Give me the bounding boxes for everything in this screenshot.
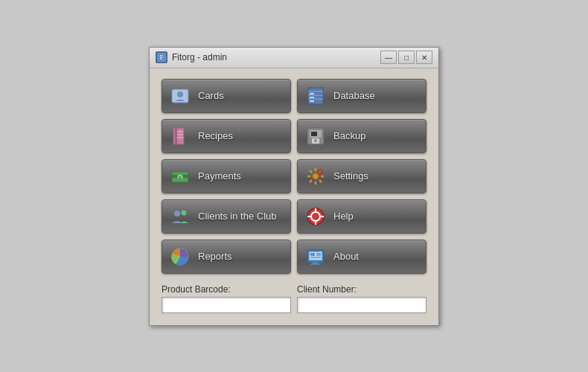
svg-point-20 bbox=[314, 139, 317, 142]
svg-rect-9 bbox=[310, 97, 314, 98]
cards-icon bbox=[170, 86, 191, 106]
svg-point-39 bbox=[312, 213, 319, 220]
svg-line-33 bbox=[310, 180, 312, 182]
recipes-label: Recipes bbox=[198, 130, 233, 141]
close-button[interactable]: ✕ bbox=[416, 51, 432, 64]
recipes-button[interactable]: Recipes bbox=[162, 119, 291, 153]
buttons-grid: Cards Database bbox=[162, 79, 426, 274]
settings-icon bbox=[305, 166, 326, 187]
svg-rect-8 bbox=[310, 93, 314, 94]
svg-rect-49 bbox=[310, 263, 321, 265]
backup-icon bbox=[305, 126, 326, 147]
help-button[interactable]: Help bbox=[297, 199, 426, 234]
svg-rect-51 bbox=[310, 253, 315, 256]
client-label: Client Number: bbox=[297, 284, 426, 295]
about-label: About bbox=[333, 251, 359, 262]
database-button[interactable]: Database bbox=[297, 79, 426, 113]
client-field-group: Client Number: bbox=[297, 284, 426, 313]
payments-icon: $ bbox=[170, 166, 191, 187]
cards-label: Cards bbox=[198, 90, 224, 101]
clients-button[interactable]: Clients in the Club bbox=[162, 199, 291, 234]
backup-label: Backup bbox=[333, 130, 365, 141]
svg-point-34 bbox=[318, 170, 322, 174]
reports-label: Reports bbox=[198, 251, 232, 262]
recipes-icon bbox=[170, 126, 191, 147]
svg-rect-12 bbox=[175, 128, 177, 144]
app-window: F Fitorg - admin — □ ✕ Cards bbox=[149, 47, 439, 326]
backup-button[interactable]: Backup bbox=[297, 119, 426, 153]
window-body: Cards Database bbox=[150, 68, 438, 325]
about-icon bbox=[305, 246, 326, 267]
database-icon bbox=[305, 86, 326, 106]
settings-label: Settings bbox=[333, 170, 368, 182]
database-label: Database bbox=[333, 90, 375, 101]
title-bar: F Fitorg - admin — □ ✕ bbox=[150, 48, 438, 68]
barcode-label: Product Barcode: bbox=[162, 284, 291, 295]
barcode-field-group: Product Barcode: bbox=[162, 284, 291, 313]
svg-rect-18 bbox=[311, 132, 317, 136]
svg-line-30 bbox=[310, 170, 312, 173]
app-icon: F bbox=[156, 51, 167, 63]
maximize-button[interactable]: □ bbox=[398, 51, 415, 64]
minimize-button[interactable]: — bbox=[380, 51, 397, 64]
svg-point-3 bbox=[177, 92, 183, 97]
window-controls: — □ ✕ bbox=[380, 51, 432, 64]
help-icon bbox=[305, 206, 326, 227]
svg-line-31 bbox=[319, 180, 322, 182]
fields-row: Product Barcode: Client Number: bbox=[162, 284, 426, 313]
window-title: Fitorg - admin bbox=[172, 52, 380, 62]
svg-point-35 bbox=[174, 211, 180, 217]
clients-icon bbox=[170, 206, 191, 227]
help-label: Help bbox=[333, 211, 354, 222]
payments-button[interactable]: $ Payments bbox=[162, 159, 291, 193]
clients-label: Clients in the Club bbox=[198, 211, 277, 222]
barcode-input[interactable] bbox=[162, 297, 291, 313]
about-button[interactable]: About bbox=[297, 240, 426, 274]
svg-text:F: F bbox=[160, 54, 164, 61]
svg-point-36 bbox=[182, 210, 187, 215]
svg-point-25 bbox=[313, 173, 319, 179]
svg-rect-10 bbox=[310, 100, 314, 102]
settings-button[interactable]: Settings bbox=[297, 159, 426, 193]
client-input[interactable] bbox=[297, 297, 426, 313]
reports-button[interactable]: Reports bbox=[162, 240, 291, 274]
payments-label: Payments bbox=[198, 170, 241, 182]
cards-button[interactable]: Cards bbox=[162, 79, 291, 113]
reports-icon bbox=[170, 246, 191, 267]
